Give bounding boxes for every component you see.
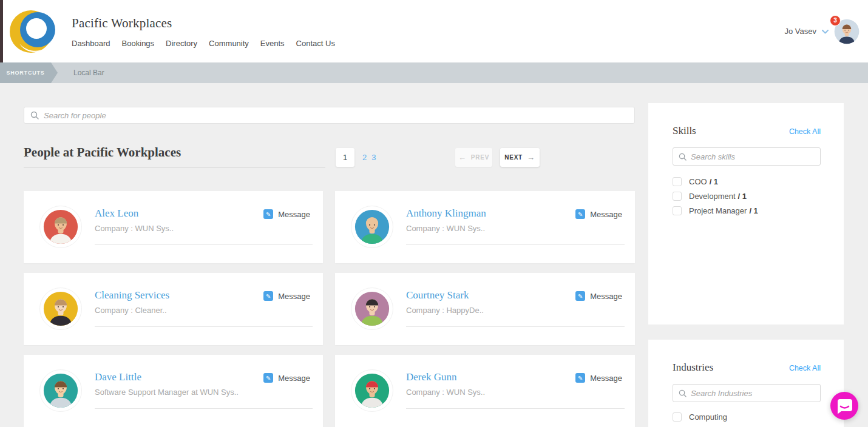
message-label: Message: [590, 292, 622, 301]
skills-search-box: [673, 147, 821, 166]
message-button[interactable]: ✎ Message: [263, 209, 310, 219]
message-button[interactable]: ✎ Message: [263, 373, 310, 383]
industries-title: Industries: [673, 361, 713, 374]
person-subtitle: Software Support Manager at WUN Sys..: [95, 388, 239, 397]
person-name-link[interactable]: Cleaning Services: [95, 289, 169, 301]
breadcrumb-current: Local Bar: [73, 62, 104, 83]
person-name-link[interactable]: Derek Gunn: [406, 371, 457, 383]
nav-item[interactable]: Community: [209, 39, 249, 48]
message-button[interactable]: ✎ Message: [263, 291, 310, 301]
message-button[interactable]: ✎ Message: [575, 291, 622, 301]
card-divider: [95, 326, 313, 327]
next-button[interactable]: NEXT →: [500, 148, 540, 167]
message-button[interactable]: ✎ Message: [575, 209, 622, 219]
people-search-input[interactable]: [44, 111, 628, 120]
pencil-icon: ✎: [263, 373, 273, 383]
card-divider: [406, 244, 625, 245]
person-avatar[interactable]: [351, 287, 393, 330]
content-area: People at Pacific Workplaces 1 2 3 ← PRE…: [0, 83, 868, 427]
person-subtitle: Company : WUN Sys..: [406, 224, 485, 233]
industry-filter-row[interactable]: Computing: [673, 412, 826, 422]
chat-launcher-button[interactable]: [830, 392, 858, 420]
prev-button[interactable]: ← PREV: [455, 148, 492, 167]
checkbox[interactable]: [673, 412, 682, 422]
arrow-right-icon: →: [527, 153, 535, 162]
chevron-down-icon: [822, 30, 829, 34]
checkbox[interactable]: [673, 177, 682, 186]
skill-label: Project Manager/ 1: [689, 206, 758, 215]
message-label: Message: [590, 210, 622, 219]
person-card: Courtney Stark Company : HappyDe.. ✎ Mes…: [335, 273, 635, 345]
skills-check-all-link[interactable]: Check All: [789, 127, 821, 136]
page-title: People at Pacific Workplaces: [24, 145, 325, 168]
person-subtitle: Company : Cleaner..: [95, 306, 167, 315]
person-card: Cleaning Services Company : Cleaner.. ✎ …: [24, 273, 323, 345]
message-button[interactable]: ✎ Message: [575, 373, 622, 383]
pagination-current-page[interactable]: 1: [336, 148, 354, 167]
skill-filter-row[interactable]: COO/ 1: [673, 177, 826, 186]
people-search-box: [24, 107, 635, 124]
pencil-icon: ✎: [575, 209, 585, 219]
shortcuts-tab[interactable]: SHORTCUTS: [0, 62, 51, 83]
industries-panel: Industries Check All Computing: [648, 340, 844, 427]
message-label: Message: [590, 374, 622, 383]
brand-title: Pacific Workplaces: [72, 16, 335, 31]
pagination-page-link[interactable]: 2: [362, 153, 367, 162]
pencil-icon: ✎: [263, 291, 273, 301]
skills-search-input[interactable]: [691, 152, 815, 161]
next-label: NEXT: [504, 154, 523, 161]
skill-label: COO/ 1: [689, 177, 718, 186]
notification-badge[interactable]: 3: [830, 15, 841, 26]
main-nav: Dashboard Bookings Directory Community E…: [72, 39, 335, 48]
pacific-workplaces-logo[interactable]: [8, 6, 58, 57]
nav-item[interactable]: Directory: [166, 39, 197, 48]
industry-label: Computing: [689, 412, 730, 422]
skill-filter-row[interactable]: Development/ 1: [673, 192, 826, 201]
people-card-grid: Alex Leon Company : WUN Sys.. ✎ Message …: [24, 191, 635, 427]
breadcrumb-bar: SHORTCUTS Local Bar: [0, 62, 868, 83]
pagination-page-link[interactable]: 3: [371, 153, 376, 162]
card-divider: [406, 408, 625, 409]
person-card: Anthony Klingman Company : WUN Sys.. ✎ M…: [335, 191, 635, 263]
skill-label: Development/ 1: [689, 192, 747, 201]
card-divider: [95, 244, 313, 245]
skills-title: Skills: [673, 125, 696, 137]
person-card: Alex Leon Company : WUN Sys.. ✎ Message: [24, 191, 323, 263]
person-avatar[interactable]: [39, 287, 82, 330]
message-label: Message: [278, 292, 310, 301]
search-icon: [30, 111, 39, 119]
pencil-icon: ✎: [263, 209, 273, 219]
window-edge-strip: [0, 0, 3, 62]
checkbox[interactable]: [673, 192, 682, 201]
nav-item[interactable]: Contact Us: [296, 39, 335, 48]
person-name-link[interactable]: Courtney Stark: [406, 289, 469, 301]
search-icon: [679, 389, 687, 397]
search-icon: [679, 153, 687, 161]
person-subtitle: Company : HappyDe..: [406, 306, 484, 315]
industries-search-input[interactable]: [691, 389, 815, 398]
prev-label: PREV: [471, 154, 489, 161]
person-avatar[interactable]: [39, 369, 82, 412]
user-name: Jo Vasev: [784, 27, 816, 36]
user-menu[interactable]: Jo Vasev 3: [784, 0, 860, 62]
person-card: Derek Gunn Company : WUN Sys.. ✎ Message: [335, 355, 635, 427]
person-avatar[interactable]: [39, 206, 82, 248]
message-label: Message: [278, 210, 310, 219]
person-name-link[interactable]: Anthony Klingman: [406, 207, 486, 220]
industries-check-all-link[interactable]: Check All: [789, 364, 821, 372]
person-name-link[interactable]: Dave Little: [95, 371, 141, 383]
checkbox[interactable]: [673, 206, 682, 215]
nav-item[interactable]: Bookings: [122, 39, 154, 48]
skills-panel: Skills Check All COO/ 1 Development/ 1: [648, 103, 844, 324]
person-avatar[interactable]: [351, 369, 393, 412]
nav-item[interactable]: Events: [260, 39, 285, 48]
person-subtitle: Company : WUN Sys..: [406, 388, 485, 397]
person-name-link[interactable]: Alex Leon: [95, 207, 138, 220]
pencil-icon: ✎: [575, 291, 585, 301]
person-avatar[interactable]: [351, 206, 393, 248]
skill-filter-row[interactable]: Project Manager/ 1: [673, 206, 826, 215]
industries-search-box: [673, 384, 821, 402]
message-label: Message: [278, 374, 310, 383]
nav-item[interactable]: Dashboard: [72, 39, 110, 48]
card-divider: [406, 326, 625, 327]
